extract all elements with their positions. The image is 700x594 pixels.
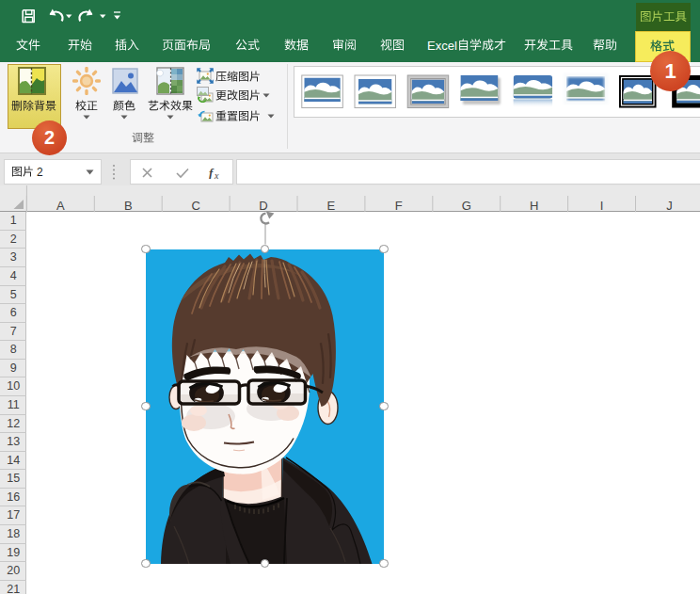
svg-text:x: x [214, 170, 219, 179]
